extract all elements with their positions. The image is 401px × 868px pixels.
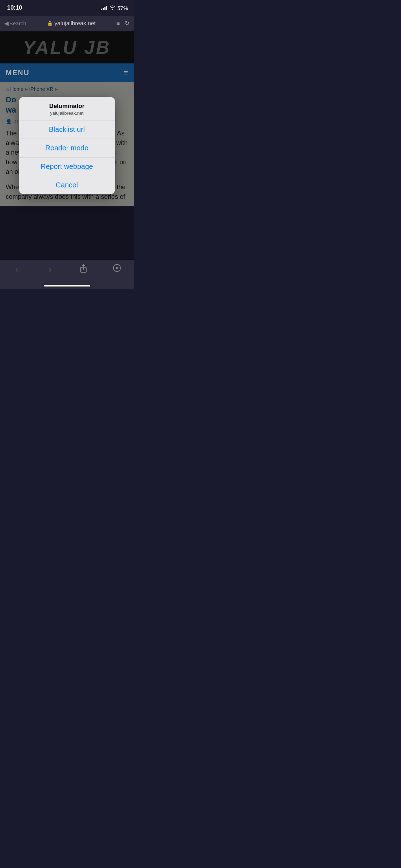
lock-icon: 🔒 <box>47 21 53 26</box>
bottom-toolbar: ‹ › <box>0 260 134 289</box>
compass-icon <box>113 264 121 272</box>
url-text: yalujailbreak.net <box>55 20 96 27</box>
back-search[interactable]: ◀ Search <box>4 20 26 27</box>
reader-mode-button[interactable]: Reader mode <box>19 139 115 157</box>
forward-button[interactable]: › <box>40 264 61 275</box>
compass-button[interactable] <box>106 264 128 272</box>
refresh-icon[interactable]: ↻ <box>125 20 129 27</box>
reader-mode-label: Reader mode <box>45 144 88 152</box>
modal-title: Deluminator <box>26 103 108 110</box>
modal-header: Deluminator yalujailbreak.net <box>19 97 115 120</box>
cancel-button[interactable]: Cancel <box>19 176 115 194</box>
report-webpage-button[interactable]: Report webpage <box>19 157 115 176</box>
status-right: 57% <box>101 5 128 11</box>
address-bar: ◀ Search 🔒 yalujailbreak.net ≡ ↻ <box>0 16 134 31</box>
address-toolbar-icons: ≡ ↻ <box>117 20 129 27</box>
lines-icon[interactable]: ≡ <box>117 20 120 27</box>
modal-subtitle: yalujailbreak.net <box>26 110 108 116</box>
cancel-label: Cancel <box>56 181 78 189</box>
forward-nav-icon: › <box>48 264 52 275</box>
action-sheet-modal: Deluminator yalujailbreak.net Blacklist … <box>19 97 115 194</box>
content-wrapper: YALU JB MENU ≡ ⌂ Home ▶ IPhone XR ▶ Dowa… <box>0 31 134 260</box>
share-icon <box>79 264 87 273</box>
url-container[interactable]: 🔒 yalujailbreak.net <box>30 20 113 27</box>
back-nav-icon: ‹ <box>15 264 19 275</box>
blacklist-url-label: Blacklist url <box>49 125 85 133</box>
svg-point-3 <box>116 267 118 269</box>
modal-overlay: Deluminator yalujailbreak.net Blacklist … <box>0 31 134 260</box>
battery-percentage: 57% <box>117 5 128 11</box>
blacklist-url-button[interactable]: Blacklist url <box>19 120 115 139</box>
back-arrow-icon: ◀ <box>4 20 9 27</box>
signal-bars <box>101 6 107 10</box>
search-back-label: Search <box>9 20 26 26</box>
home-indicator <box>44 285 90 286</box>
back-button[interactable]: ‹ <box>6 264 27 275</box>
report-webpage-label: Report webpage <box>41 162 93 170</box>
status-bar: 10:10 57% <box>0 0 134 16</box>
status-time: 10:10 <box>7 4 22 11</box>
share-button[interactable] <box>73 264 94 273</box>
wifi-icon <box>109 5 115 11</box>
